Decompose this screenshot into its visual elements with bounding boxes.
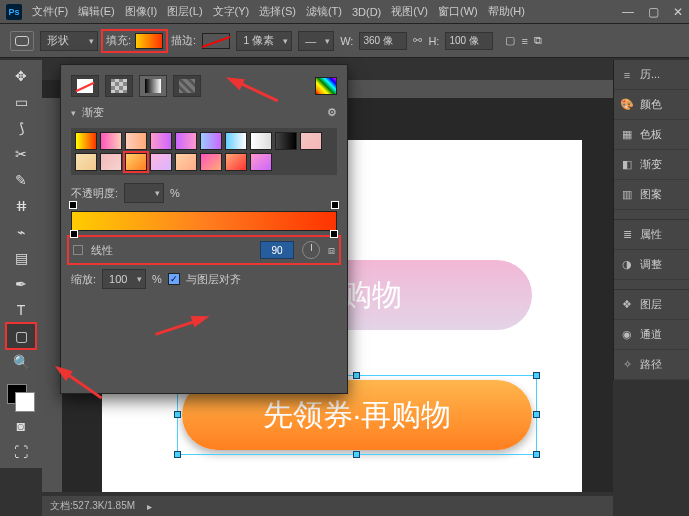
screenmode-toggle[interactable]: ⛶ bbox=[7, 440, 35, 464]
angle-dial[interactable] bbox=[302, 241, 320, 259]
handle-rc[interactable] bbox=[533, 411, 540, 418]
scale-dropdown[interactable]: 100 bbox=[102, 269, 146, 289]
menu-3d[interactable]: 3D(D) bbox=[352, 6, 381, 18]
gradient-preset[interactable] bbox=[175, 132, 197, 150]
angle-field[interactable] bbox=[260, 241, 294, 259]
eyedropper-tool[interactable]: ✎ bbox=[7, 168, 35, 192]
type-tool[interactable]: T bbox=[7, 298, 35, 322]
panel-layers[interactable]: ❖图层 bbox=[614, 290, 689, 320]
gradient-preset[interactable] bbox=[100, 132, 122, 150]
snap-angle-icon[interactable]: ⧇ bbox=[328, 244, 335, 257]
fill-type-gradient[interactable] bbox=[139, 75, 167, 97]
brush-tool[interactable]: ⵌ bbox=[7, 194, 35, 218]
gradient-edit-bar[interactable] bbox=[71, 211, 337, 231]
gradient-tool[interactable]: ▤ bbox=[7, 246, 35, 270]
fill-type-pattern[interactable] bbox=[173, 75, 201, 97]
stroke-style-dropdown[interactable]: — bbox=[298, 31, 334, 51]
move-tool[interactable]: ✥ bbox=[7, 64, 35, 88]
zoom-tool[interactable]: 🔍 bbox=[7, 350, 35, 374]
close-button[interactable]: ✕ bbox=[673, 5, 683, 19]
swatches-icon: ▦ bbox=[620, 128, 634, 141]
disclosure-icon[interactable]: ▾ bbox=[71, 108, 76, 118]
gradient-preset[interactable] bbox=[300, 132, 322, 150]
menu-filter[interactable]: 滤镜(T) bbox=[306, 4, 342, 19]
background-color[interactable] bbox=[15, 392, 35, 412]
rounded-rectangle-tool[interactable]: ▢ bbox=[7, 324, 35, 348]
stroke-width-dropdown[interactable]: 1 像素 bbox=[236, 31, 292, 51]
gradient-preset[interactable] bbox=[200, 132, 222, 150]
color-swatch[interactable] bbox=[7, 384, 35, 412]
panel-paths[interactable]: ✧路径 bbox=[614, 350, 689, 380]
gradient-preset[interactable] bbox=[150, 132, 172, 150]
opacity-dropdown[interactable] bbox=[124, 183, 164, 203]
path-ops-icon[interactable]: ▢ bbox=[505, 34, 515, 47]
gradient-preset[interactable] bbox=[125, 132, 147, 150]
shape-preset-button[interactable] bbox=[10, 31, 34, 51]
minimize-button[interactable]: — bbox=[622, 5, 634, 19]
status-disclosure-icon[interactable]: ▸ bbox=[147, 501, 152, 512]
fill-type-solid[interactable] bbox=[105, 75, 133, 97]
handle-br[interactable] bbox=[533, 451, 540, 458]
gradient-preset[interactable] bbox=[100, 153, 122, 171]
handle-tr[interactable] bbox=[533, 372, 540, 379]
menu-text[interactable]: 文字(Y) bbox=[213, 4, 250, 19]
panel-gradients[interactable]: ◧渐变 bbox=[614, 150, 689, 180]
panel-adjustments[interactable]: ◑调整 bbox=[614, 250, 689, 280]
handle-bc[interactable] bbox=[353, 451, 360, 458]
panel-patterns[interactable]: ▥图案 bbox=[614, 180, 689, 210]
panel-swatches[interactable]: ▦色板 bbox=[614, 120, 689, 150]
width-field[interactable] bbox=[359, 32, 407, 50]
gradient-preset[interactable] bbox=[200, 153, 222, 171]
menu-file[interactable]: 文件(F) bbox=[32, 4, 68, 19]
fill-control[interactable]: 填充: bbox=[104, 32, 165, 50]
marquee-tool[interactable]: ▭ bbox=[7, 90, 35, 114]
opacity-stop-left[interactable] bbox=[69, 201, 77, 209]
restore-button[interactable]: ▢ bbox=[648, 5, 659, 19]
align-layer-checkbox[interactable]: ✓ bbox=[168, 273, 180, 285]
handle-bl[interactable] bbox=[174, 451, 181, 458]
gradient-preset[interactable] bbox=[250, 153, 272, 171]
opacity-stop-right[interactable] bbox=[331, 201, 339, 209]
clone-tool[interactable]: ⌁ bbox=[7, 220, 35, 244]
gradient-preset[interactable] bbox=[225, 132, 247, 150]
align-icon[interactable]: ≡ bbox=[521, 35, 527, 47]
stroke-swatch[interactable] bbox=[202, 33, 230, 49]
handle-tc[interactable] bbox=[353, 372, 360, 379]
menu-view[interactable]: 视图(V) bbox=[391, 4, 428, 19]
gradient-preset[interactable] bbox=[75, 132, 97, 150]
menu-image[interactable]: 图像(I) bbox=[125, 4, 157, 19]
menu-help[interactable]: 帮助(H) bbox=[488, 4, 525, 19]
crop-tool[interactable]: ✂ bbox=[7, 142, 35, 166]
quickmask-toggle[interactable]: ◙ bbox=[7, 414, 35, 438]
tool-mode-dropdown[interactable]: 形状 bbox=[40, 31, 98, 51]
panel-properties[interactable]: ≣属性 bbox=[614, 220, 689, 250]
menu-window[interactable]: 窗口(W) bbox=[438, 4, 478, 19]
menu-select[interactable]: 选择(S) bbox=[259, 4, 296, 19]
gear-icon[interactable]: ⚙ bbox=[327, 106, 337, 119]
panel-channels[interactable]: ◉通道 bbox=[614, 320, 689, 350]
gradient-preset[interactable] bbox=[225, 153, 247, 171]
gradient-preset[interactable] bbox=[275, 132, 297, 150]
arrange-icon[interactable]: ⧉ bbox=[534, 34, 542, 47]
menu-layer[interactable]: 图层(L) bbox=[167, 4, 202, 19]
gradient-preset[interactable] bbox=[125, 153, 147, 171]
gradient-preset[interactable] bbox=[250, 132, 272, 150]
panel-color[interactable]: 🎨颜色 bbox=[614, 90, 689, 120]
menu-edit[interactable]: 编辑(E) bbox=[78, 4, 115, 19]
reverse-checkbox[interactable] bbox=[73, 245, 83, 255]
gradient-preset[interactable] bbox=[150, 153, 172, 171]
lasso-tool[interactable]: ⟆ bbox=[7, 116, 35, 140]
gradient-preset[interactable] bbox=[175, 153, 197, 171]
fill-type-none[interactable] bbox=[71, 75, 99, 97]
history-icon: ≡ bbox=[620, 69, 634, 81]
pen-tool[interactable]: ✒ bbox=[7, 272, 35, 296]
handle-lc[interactable] bbox=[174, 411, 181, 418]
height-field[interactable] bbox=[445, 32, 493, 50]
link-wh-icon[interactable]: ⚯ bbox=[413, 34, 422, 47]
gradient-preset[interactable] bbox=[75, 153, 97, 171]
gradient-stop-left[interactable] bbox=[70, 230, 78, 238]
gradient-stop-right[interactable] bbox=[330, 230, 338, 238]
color-picker-button[interactable] bbox=[315, 77, 337, 95]
panel-history[interactable]: ≡历... bbox=[614, 60, 689, 90]
fill-swatch[interactable] bbox=[135, 33, 163, 49]
